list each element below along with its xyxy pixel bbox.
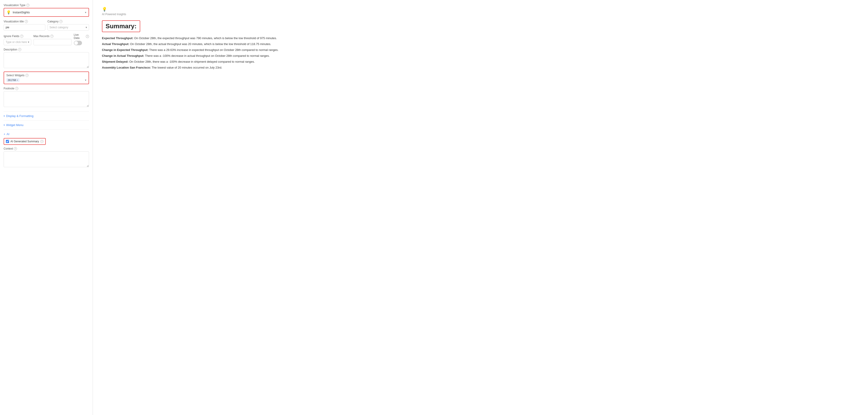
live-data-label-text: Live Data (74, 33, 85, 40)
summary-bullet: Change in Expected Throughput: There was… (102, 47, 306, 53)
category-group: Category ? Select category ▾ (48, 20, 89, 31)
footnote-label: Footnote ? (4, 87, 89, 90)
live-data-help-icon[interactable]: ? (86, 35, 89, 38)
summary-box: Summary: (102, 21, 140, 32)
widget-menu-section: ▾ Widget Menu (4, 120, 89, 130)
context-resize-handle-icon: ⤡ (87, 165, 89, 168)
viz-title-label: Visualization title ? (4, 20, 45, 23)
bulb-icon: 💡 (102, 7, 107, 12)
max-records-help-icon[interactable]: ? (50, 35, 54, 38)
select-widgets-chevron-icon: ▾ (85, 78, 86, 82)
viz-type-section: Visualization Type ? 💡 InstantSights ▾ (4, 4, 89, 17)
display-formatting-section: ▾ Display & Formatting (4, 111, 89, 120)
ignore-fields-placeholder: Type or click here (6, 40, 27, 44)
ai-powered-label: AI Powered Insights (102, 13, 126, 16)
context-textarea[interactable] (4, 151, 89, 167)
footnote-resize-handle-icon: ⤡ (87, 105, 89, 107)
right-panel: 💡 AI Powered Insights Summary: Expected … (93, 0, 868, 415)
display-formatting-header[interactable]: ▾ Display & Formatting (4, 114, 89, 118)
tag-container: 261768 × ▾ (6, 78, 86, 82)
viz-type-select-left: 💡 InstantSights (6, 10, 30, 14)
widget-menu-header[interactable]: ▾ Widget Menu (4, 123, 89, 127)
resize-handle-icon: ⤡ (87, 66, 89, 68)
description-textarea[interactable] (4, 52, 89, 68)
live-data-label: Live Data ? (74, 33, 89, 40)
context-textarea-wrapper: ⤡ (4, 151, 89, 168)
ai-generated-summary-row: AI Generated Summary ? (4, 138, 46, 145)
max-records-label-text: Max Records (33, 35, 50, 38)
category-dropdown[interactable]: Select category ▾ (48, 24, 89, 31)
summary-bullet: Shipment Delayed: On October 28th, there… (102, 59, 306, 64)
description-section: Description ? ⤡ (4, 48, 89, 69)
title-category-row: Visualization title ? Category ? Select … (4, 20, 89, 31)
ignore-fields-chevron-icon: ▾ (28, 40, 29, 44)
instantsights-icon: 💡 (6, 10, 11, 14)
widget-tag-261768: 261768 × (6, 78, 20, 82)
ai-generated-summary-checkbox[interactable] (6, 140, 9, 143)
summary-title: Summary: (105, 23, 136, 30)
description-help-icon[interactable]: ? (18, 48, 21, 51)
category-label-text: Category (48, 20, 59, 23)
ignore-fields-group: Ignore Fields ? Type or click here ▾ (4, 35, 31, 45)
viz-type-chevron-icon: ▾ (85, 11, 86, 14)
viz-title-input[interactable] (4, 24, 45, 31)
display-formatting-chevron-icon: ▾ (4, 115, 5, 117)
summary-bullet: Assembly Location San Francisco: The low… (102, 65, 306, 70)
summary-bullet: Actual Throughput: On October 28th, the … (102, 42, 306, 46)
select-widgets-label-text: Select Widgets (6, 74, 25, 77)
category-help-icon[interactable]: ? (59, 20, 63, 23)
live-data-group: Live Data ? (74, 33, 89, 45)
left-panel: Visualization Type ? 💡 InstantSights ▾ V… (0, 0, 93, 415)
summary-content: Expected Throughput: On October 28th, th… (102, 36, 306, 70)
ignore-fields-label-text: Ignore Fields (4, 35, 19, 38)
context-label: Context ? (4, 147, 89, 150)
ignore-fields-help-icon[interactable]: ? (20, 35, 23, 38)
category-placeholder: Select category (50, 26, 68, 29)
ai-powered-insights-header: 💡 AI Powered Insights (102, 7, 859, 16)
select-widgets-section: Select Widgets ? 261768 × ▾ (4, 71, 89, 84)
ai-generated-summary-label: AI Generated Summary (10, 140, 39, 143)
ai-header[interactable]: ∧ AI (4, 132, 89, 136)
viz-type-label: Visualization Type ? (4, 4, 89, 7)
ai-generated-summary-help-icon[interactable]: ? (40, 140, 43, 143)
viz-title-help-icon[interactable]: ? (25, 20, 28, 23)
context-help-icon[interactable]: ? (14, 147, 17, 150)
ai-chevron-icon: ∧ (4, 133, 5, 135)
context-label-text: Context (4, 147, 13, 150)
viz-type-value: InstantSights (13, 11, 30, 14)
context-section: Context ? ⤡ (4, 147, 89, 168)
ignore-fields-label: Ignore Fields ? (4, 35, 31, 38)
widget-tag-close-icon[interactable]: × (17, 79, 18, 81)
description-textarea-wrapper: ⤡ (4, 52, 89, 69)
widget-tag-value: 261768 (8, 79, 16, 81)
footnote-textarea[interactable] (4, 91, 89, 107)
widget-menu-label: Widget Menu (6, 123, 24, 127)
widget-menu-chevron-icon: ▾ (4, 124, 5, 126)
footnote-help-icon[interactable]: ? (15, 87, 18, 90)
description-label: Description ? (4, 48, 89, 51)
viz-title-group: Visualization title ? (4, 20, 45, 31)
category-label: Category ? (48, 20, 89, 23)
live-data-toggle[interactable] (74, 41, 82, 45)
viz-title-label-text: Visualization title (4, 20, 24, 23)
max-records-input[interactable] (33, 39, 71, 45)
max-records-group: Max Records ? (33, 35, 71, 45)
footnote-label-text: Footnote (4, 87, 14, 90)
select-widgets-header: Select Widgets ? (6, 74, 86, 77)
summary-bullet: Change in Actual Throughput: There was a… (102, 54, 306, 58)
footnote-section: Footnote ? ⤡ (4, 87, 89, 108)
select-widgets-help-icon[interactable]: ? (25, 74, 29, 77)
ai-section: ∧ AI AI Generated Summary ? Context ? ⤡ (4, 130, 89, 173)
category-chevron-icon: ▾ (86, 26, 87, 29)
ai-label: AI (6, 132, 9, 136)
viz-type-label-text: Visualization Type (4, 4, 25, 7)
display-formatting-label: Display & Formatting (6, 114, 33, 118)
summary-bullet: Expected Throughput: On October 28th, th… (102, 36, 306, 41)
description-label-text: Description (4, 48, 17, 51)
viz-type-dropdown[interactable]: 💡 InstantSights ▾ (4, 8, 89, 17)
ignore-fields-dropdown[interactable]: Type or click here ▾ (4, 39, 31, 45)
max-records-label: Max Records ? (33, 35, 71, 38)
ignore-max-live-row: Ignore Fields ? Type or click here ▾ Max… (4, 33, 89, 45)
viz-type-help-icon[interactable]: ? (26, 4, 29, 7)
footnote-textarea-wrapper: ⤡ (4, 91, 89, 108)
